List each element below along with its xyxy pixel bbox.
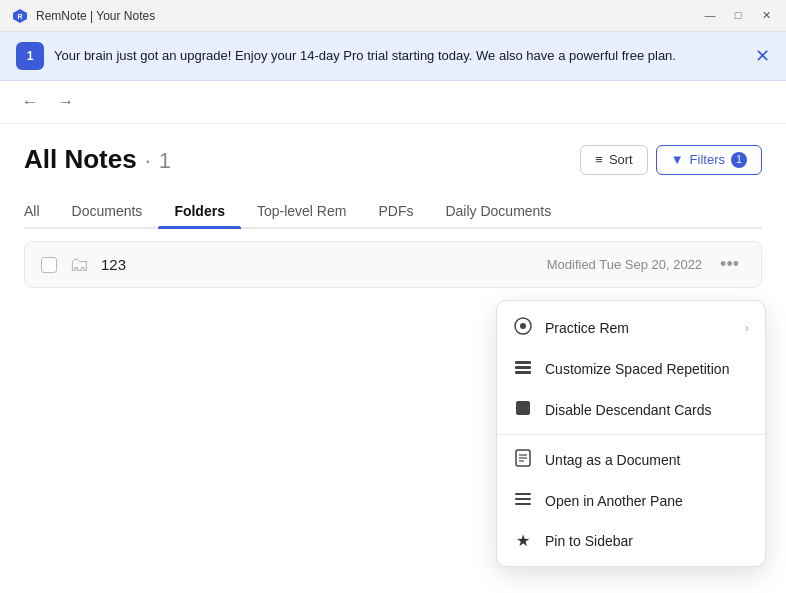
navigation-bar: ← → (0, 81, 786, 124)
menu-item-disable-descendant[interactable]: Disable Descendant Cards (497, 389, 765, 430)
minimize-button[interactable]: — (702, 9, 718, 22)
page-header: All Notes · 1 ≡ Sort ▼ Filters 1 (24, 144, 762, 175)
window-title: RemNote | Your Notes (36, 9, 702, 23)
row-modified-date: Modified Tue Sep 20, 2022 (547, 257, 702, 272)
svg-rect-11 (515, 493, 531, 495)
svg-rect-4 (515, 366, 531, 369)
banner-icon: 1 (16, 42, 44, 70)
promo-banner: 1 Your brain just got an upgrade! Enjoy … (0, 32, 786, 81)
customize-spaced-label: Customize Spaced Repetition (545, 361, 749, 377)
filter-count-badge: 1 (731, 152, 747, 168)
open-another-pane-icon (513, 490, 533, 511)
folder-icon: 🗂 (69, 253, 89, 276)
row-checkbox[interactable] (41, 257, 57, 273)
pin-sidebar-icon: ★ (513, 531, 533, 550)
tab-documents[interactable]: Documents (56, 195, 159, 227)
filter-label: Filters (690, 152, 725, 167)
svg-rect-6 (516, 401, 530, 415)
svg-rect-5 (515, 371, 531, 374)
menu-item-practice-rem[interactable]: Practice Rem › (497, 307, 765, 348)
open-another-pane-label: Open in Another Pane (545, 493, 749, 509)
window-controls: — □ ✕ (702, 9, 774, 22)
filter-icon: ▼ (671, 152, 684, 167)
practice-rem-icon (513, 317, 533, 338)
svg-text:R: R (17, 13, 22, 20)
banner-close-button[interactable]: ✕ (755, 45, 770, 67)
svg-rect-12 (515, 498, 531, 500)
untag-document-icon (513, 449, 533, 470)
row-name[interactable]: 123 (101, 256, 535, 273)
tab-pdfs[interactable]: PDFs (362, 195, 429, 227)
row-more-button[interactable]: ••• (714, 252, 745, 277)
untag-document-label: Untag as a Document (545, 452, 749, 468)
page-count: 1 (159, 148, 171, 174)
tab-daily-documents[interactable]: Daily Documents (429, 195, 567, 227)
back-button[interactable]: ← (16, 89, 44, 115)
context-menu: Practice Rem › Customize Spaced Repetiti… (496, 300, 766, 567)
customize-spaced-icon (513, 358, 533, 379)
disable-descendant-icon (513, 399, 533, 420)
menu-item-customize-spaced[interactable]: Customize Spaced Repetition (497, 348, 765, 389)
tab-folders[interactable]: Folders (158, 195, 241, 227)
main-content: All Notes · 1 ≡ Sort ▼ Filters 1 All Doc… (0, 124, 786, 288)
menu-item-pin-sidebar[interactable]: ★ Pin to Sidebar (497, 521, 765, 560)
forward-button[interactable]: → (52, 89, 80, 115)
maximize-button[interactable]: □ (730, 9, 746, 22)
svg-rect-3 (515, 361, 531, 364)
notes-table: 🗂 123 Modified Tue Sep 20, 2022 ••• (24, 241, 762, 288)
tab-top-level[interactable]: Top-level Rem (241, 195, 362, 227)
filter-button[interactable]: ▼ Filters 1 (656, 145, 762, 175)
menu-item-open-another-pane[interactable]: Open in Another Pane (497, 480, 765, 521)
sort-button[interactable]: ≡ Sort (580, 145, 647, 175)
practice-rem-arrow: › (745, 320, 749, 335)
svg-rect-13 (515, 503, 531, 505)
menu-item-untag-document[interactable]: Untag as a Document (497, 439, 765, 480)
title-bar: R RemNote | Your Notes — □ ✕ (0, 0, 786, 32)
table-row: 🗂 123 Modified Tue Sep 20, 2022 ••• (25, 242, 761, 287)
sort-icon: ≡ (595, 152, 603, 167)
disable-descendant-label: Disable Descendant Cards (545, 402, 749, 418)
tab-all[interactable]: All (24, 195, 56, 227)
page-title-group: All Notes · 1 (24, 144, 171, 175)
header-actions: ≡ Sort ▼ Filters 1 (580, 145, 762, 175)
close-button[interactable]: ✕ (758, 9, 774, 22)
menu-divider (497, 434, 765, 435)
app-icon: R (12, 8, 28, 24)
pin-sidebar-label: Pin to Sidebar (545, 533, 749, 549)
sort-label: Sort (609, 152, 633, 167)
banner-text: Your brain just got an upgrade! Enjoy yo… (54, 46, 745, 66)
tab-bar: All Documents Folders Top-level Rem PDFs… (24, 195, 762, 229)
practice-rem-label: Practice Rem (545, 320, 733, 336)
page-title: All Notes (24, 144, 137, 175)
page-separator: · (145, 148, 151, 174)
